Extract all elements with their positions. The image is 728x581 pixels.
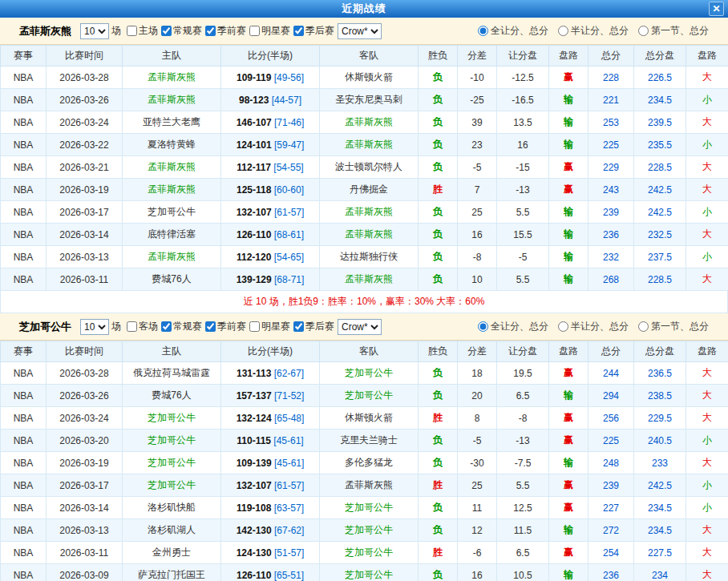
home-team: 底特律活塞 [123,224,221,246]
cell-handicap: 10.5 [497,564,549,581]
game-row: NBA2026-03-09萨克拉门托国王126-110 [65-51]芝加哥公牛… [1,564,728,581]
filter-option[interactable]: 主场 [124,24,158,38]
game-row: NBA2026-03-19孟菲斯灰熊125-118 [60-60]丹佛掘金胜7-… [1,179,728,201]
cell-total: 294 [588,385,634,407]
filter-option[interactable]: 季前赛 [203,24,246,38]
cell-league: NBA [1,111,47,134]
away-team: 丹佛掘金 [320,179,419,201]
cell-diff: 25 [458,201,497,224]
cell-result: 胜 [419,542,458,564]
cell-handicap: 5.5 [497,268,549,291]
game-row: NBA2026-03-26孟菲斯灰熊98-123 [44-57]圣安东尼奥马刺负… [1,89,728,111]
filter-checkbox[interactable] [127,321,137,332]
games-count-select[interactable]: 10 [80,319,109,335]
cell-handicap-result: 输 [549,246,588,268]
stat-mode-label: 全让分、总分 [491,24,548,38]
cell-handicap-result: 输 [549,111,588,134]
cell-total-result: 小 [686,497,728,519]
odds-source-select[interactable]: Crow* [338,23,382,39]
game-row: NBA2026-03-13洛杉矶湖人142-130 [67-62]芝加哥公牛负1… [1,519,728,542]
col-away: 客队 [320,341,419,362]
cell-score: 139-129 [68-71] [221,268,320,291]
filter-checkbox[interactable] [161,26,172,36]
filter-checkbox[interactable] [293,321,304,332]
filter-option[interactable]: 季后赛 [291,320,334,333]
filter-checkbox[interactable] [249,26,260,36]
games-count-select[interactable]: 10 [80,23,109,39]
cell-handicap: -5 [497,246,549,268]
stat-mode-radio[interactable] [638,321,649,332]
cell-total-line: 232.5 [634,224,686,246]
game-row: NBA2026-03-11费城76人139-129 [68-71]孟菲斯灰熊负1… [1,268,728,291]
stat-mode-option[interactable]: 半让分、总分 [558,320,629,333]
cell-date: 2026-03-28 [47,67,123,89]
team-name: 孟菲斯灰熊 [19,24,71,38]
home-team: 萨克拉门托国王 [123,564,221,581]
cell-handicap: 16 [497,134,549,156]
odds-source-select[interactable]: Crow* [338,319,382,335]
stat-mode-option[interactable]: 全让分、总分 [478,320,548,333]
cell-handicap-result: 赢 [549,156,588,179]
cell-score: 157-137 [71-52] [221,385,320,407]
cell-date: 2026-03-26 [47,385,123,407]
stat-mode-radio[interactable] [478,26,488,36]
filter-checkbox[interactable] [205,321,216,332]
filter-option[interactable]: 客场 [124,320,158,333]
full-score: 157-137 [237,390,272,401]
col-diff: 分差 [458,341,497,362]
filter-option[interactable]: 常规赛 [159,24,202,38]
filter-checkbox[interactable] [293,26,304,36]
stat-mode-radio[interactable] [478,321,488,332]
close-icon[interactable]: ✕ [709,2,724,16]
away-team: 孟菲斯灰熊 [320,474,419,497]
half-score: [54-55] [271,162,304,173]
game-row: NBA2026-03-24亚特兰大老鹰146-107 [71-46]孟菲斯灰熊负… [1,111,728,134]
cell-handicap-result: 输 [549,452,588,474]
results-table-2: 赛事 比赛时间 主队 比分(半场) 客队 胜负 分差 让分盘 盘路 总分 总分盘… [0,341,728,581]
filter-option[interactable]: 季后赛 [291,24,334,38]
filter-option[interactable]: 常规赛 [159,320,202,333]
cell-date: 2026-03-20 [47,430,123,452]
half-score: [61-57] [272,480,305,491]
cell-date: 2026-03-11 [47,268,123,291]
cell-diff: -25 [458,89,497,111]
filter-option[interactable]: 明星赛 [247,24,290,38]
filter-checkbox[interactable] [127,26,137,36]
full-score: 119-108 [237,502,271,514]
filter-checkbox[interactable] [161,321,172,332]
cell-date: 2026-03-24 [47,111,123,134]
cell-league: NBA [1,474,47,497]
cell-score: 125-118 [60-60] [221,179,320,201]
filter-checkbox[interactable] [205,26,216,36]
cell-total-line: 239.5 [634,111,686,134]
team-name: 芝加哥公牛 [19,320,71,334]
filter-option[interactable]: 明星赛 [247,320,290,333]
stat-mode-option[interactable]: 第一节、总分 [638,320,709,333]
cell-total-result: 大 [686,224,728,246]
cell-total-line: 234.5 [634,89,686,111]
full-score: 109-119 [237,72,271,83]
col-total-line: 总分盘 [634,46,686,67]
cell-total-line: 228.5 [634,156,686,179]
cell-diff: 16 [458,224,497,246]
cell-league: NBA [1,67,47,89]
stat-mode-radio[interactable] [558,26,568,36]
stat-mode-radio[interactable] [558,321,568,332]
stat-mode-radio[interactable] [638,26,649,36]
full-score: 109-139 [237,458,272,469]
stat-mode-option[interactable]: 全让分、总分 [478,24,548,38]
cell-date: 2026-03-09 [47,564,123,581]
stat-mode-option[interactable]: 半让分、总分 [558,24,629,38]
col-handicap: 让分盘 [497,46,549,67]
cell-diff: -5 [458,156,497,179]
cell-date: 2026-03-13 [47,246,123,268]
game-row: NBA2026-03-26费城76人157-137 [71-52]芝加哥公牛负2… [1,385,728,407]
full-score: 112-120 [237,252,271,263]
cell-date: 2026-03-14 [47,497,123,519]
col-date: 比赛时间 [47,341,123,362]
filter-option[interactable]: 季前赛 [203,320,246,333]
stat-mode-option[interactable]: 第一节、总分 [638,24,709,38]
filter-checkbox[interactable] [249,321,260,332]
cell-handicap: 13.5 [497,111,549,134]
cell-date: 2026-03-14 [47,224,123,246]
